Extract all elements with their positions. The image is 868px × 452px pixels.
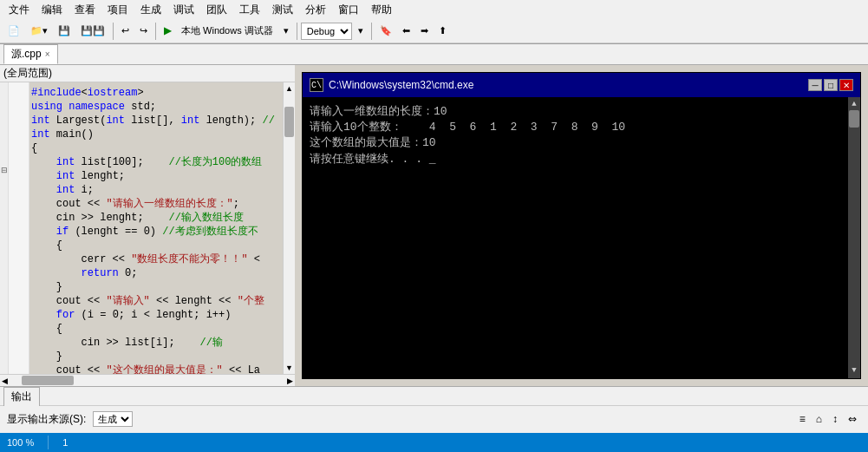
menu-debug[interactable]: 调试 xyxy=(168,1,199,19)
cmd-controls: ─ □ ✕ xyxy=(808,79,853,91)
sep1 xyxy=(113,23,114,40)
menu-bar: 文件 编辑 查看 项目 生成 调试 团队 工具 测试 分析 窗口 帮助 xyxy=(0,0,868,19)
code-line-13: cerr << "数组长度不能为零！！" < xyxy=(31,252,281,266)
cmd-minimize-btn[interactable]: ─ xyxy=(808,79,822,91)
menu-build[interactable]: 生成 xyxy=(135,1,166,19)
code-line-7: int lenght; xyxy=(31,169,281,183)
cmd-vscroll-track[interactable] xyxy=(848,110,860,366)
cmd-panel: C\ C:\Windows\system32\cmd.exe ─ □ ✕ 请输入… xyxy=(295,65,868,386)
cmd-maximize-btn[interactable]: □ xyxy=(824,79,838,91)
toolbar-row: 📄 📁▾ 💾 💾💾 ↩ ↪ ▶ 本地 Windows 调试器 ▾ Debug ▾… xyxy=(0,19,868,43)
code-line-10: cin >> lenght; //输入数组长度 xyxy=(31,211,281,225)
hscroll-left-btn[interactable]: ◀ xyxy=(2,377,8,385)
output-source-select[interactable]: 生成 xyxy=(93,411,133,427)
redo-btn[interactable]: ↪ xyxy=(135,23,152,39)
nav-btn1[interactable]: ⬅ xyxy=(398,23,414,39)
menu-analyze[interactable]: 分析 xyxy=(300,1,331,19)
sep4 xyxy=(371,23,372,40)
output-btn2[interactable]: ⌂ xyxy=(812,410,826,428)
vscroll-down-btn[interactable]: ▼ xyxy=(285,364,293,372)
cmd-line-1: 请输入一维数组的长度：10 xyxy=(310,104,853,120)
cmd-vscroll-up[interactable]: ▲ xyxy=(852,99,856,110)
menu-help[interactable]: 帮助 xyxy=(366,1,397,19)
config-select[interactable]: Debug xyxy=(301,23,352,40)
code-line-1: #include<iostream> xyxy=(31,86,281,100)
code-line-21: cout << "这个数组的最大值是：" << La xyxy=(31,364,281,374)
cmd-vscroll-thumb[interactable] xyxy=(849,110,859,128)
code-vscroll[interactable]: ▲ ▼ xyxy=(283,82,295,374)
menu-file[interactable]: 文件 xyxy=(3,1,35,19)
code-content[interactable]: #include<iostream> using namespace std; … xyxy=(29,82,283,374)
config-dropdown[interactable]: ▾ xyxy=(354,23,368,39)
vscroll-up-btn[interactable]: ▲ xyxy=(285,84,293,93)
output-btn4[interactable]: ⇔ xyxy=(844,410,861,428)
code-hscroll[interactable]: ◀ ▶ xyxy=(0,374,295,386)
vscroll-thumb[interactable] xyxy=(284,107,294,137)
menu-team[interactable]: 团队 xyxy=(201,1,232,19)
tab-close-btn[interactable]: × xyxy=(45,49,50,59)
debugger-label: 本地 Windows 调试器 xyxy=(177,22,277,40)
nav-btn2[interactable]: ➡ xyxy=(416,23,433,39)
output-tab[interactable]: 输出 xyxy=(3,387,40,406)
code-line-4: int main() xyxy=(31,128,281,141)
code-line-9: cout << "请输入一维数组的长度："; xyxy=(31,197,281,211)
nav-btn3[interactable]: ⬆ xyxy=(434,23,451,39)
hscroll-thumb[interactable] xyxy=(22,376,74,385)
left-margin: ⊟ xyxy=(0,82,9,374)
new-file-btn[interactable]: 📄 xyxy=(3,23,24,39)
scope-label: (全局范围) xyxy=(3,66,52,81)
output-tab-row: 输出 xyxy=(0,387,868,406)
code-line-2: using namespace std; xyxy=(31,100,281,114)
hscroll-right-btn[interactable]: ▶ xyxy=(287,377,293,385)
cmd-body: 请输入一维数组的长度：10 请输入10个整数： 4 5 6 1 2 3 7 8 … xyxy=(303,97,860,378)
code-line-15: } xyxy=(31,280,281,294)
menu-edit[interactable]: 编辑 xyxy=(36,1,68,19)
code-line-17: for (i = 0; i < lenght; i++) xyxy=(31,308,281,322)
menu-tools[interactable]: 工具 xyxy=(234,1,265,19)
menu-project[interactable]: 项目 xyxy=(102,1,134,19)
debug-dropdown-btn[interactable]: ▾ xyxy=(279,23,293,39)
code-editor-panel: (全局范围) ⊟ xyxy=(0,65,295,386)
zoom-level: 100 % xyxy=(7,437,34,448)
code-line-18: { xyxy=(31,322,281,336)
hscroll-track[interactable] xyxy=(8,375,287,386)
code-line-12: { xyxy=(31,239,281,252)
output-source-label: 显示输出来源(S): xyxy=(7,412,86,427)
tab-filename: 源.cpp xyxy=(11,47,42,62)
open-btn[interactable]: 📁▾ xyxy=(26,23,52,39)
cmd-vscroll-down[interactable]: ▼ xyxy=(852,365,856,377)
undo-btn[interactable]: ↩ xyxy=(117,23,134,39)
collapse-main-icon[interactable]: ⊟ xyxy=(1,166,8,174)
col-info: 1 xyxy=(62,437,68,448)
cmd-line-3: 这个数组的最大值是：10 xyxy=(310,135,853,151)
cmd-title: C:\Windows\system32\cmd.exe xyxy=(329,79,473,91)
code-line-20: } xyxy=(31,350,281,364)
cmd-line-4: 请按任意键继续. . . _ xyxy=(310,152,853,167)
main-content: (全局范围) ⊟ xyxy=(0,65,868,386)
save-btn[interactable]: 💾 xyxy=(54,23,75,39)
code-line-19: cin >> list[i]; //输 xyxy=(31,336,281,350)
code-line-6: int list[100]; //长度为100的数组 xyxy=(31,155,281,169)
status-bar: 100 % 1 xyxy=(0,433,868,452)
menu-view[interactable]: 查看 xyxy=(69,1,101,19)
cmd-titlebar: C\ C:\Windows\system32\cmd.exe ─ □ ✕ xyxy=(303,73,860,97)
output-btn1[interactable]: ≡ xyxy=(795,410,810,428)
cmd-window: C\ C:\Windows\system32\cmd.exe ─ □ ✕ 请输入… xyxy=(302,72,861,379)
menu-test[interactable]: 测试 xyxy=(267,1,298,19)
code-line-11: if (lenght == 0) //考虑到数组长度不 xyxy=(31,225,281,239)
cmd-line-2: 请输入10个整数： 4 5 6 1 2 3 7 8 9 10 xyxy=(310,120,853,135)
output-btn3[interactable]: ↕ xyxy=(828,410,842,428)
save-all-btn[interactable]: 💾💾 xyxy=(76,23,109,39)
cmd-close-btn[interactable]: ✕ xyxy=(839,79,853,91)
tab-source-cpp[interactable]: 源.cpp × xyxy=(3,44,58,64)
cmd-vscroll[interactable]: ▲ ▼ xyxy=(848,97,860,378)
code-line-3: int Largest(int list[], int length); // xyxy=(31,114,281,128)
bottom-panel: 输出 显示输出来源(S): 生成 ≡ ⌂ ↕ ⇔ xyxy=(0,386,868,433)
output-bar: 显示输出来源(S): 生成 ≡ ⌂ ↕ ⇔ xyxy=(0,406,868,432)
bookmark-btn[interactable]: 🔖 xyxy=(375,23,396,39)
menu-window[interactable]: 窗口 xyxy=(333,1,364,19)
vscroll-track[interactable] xyxy=(284,93,295,364)
code-line-5: { xyxy=(31,141,281,155)
toolbar-container: 文件 编辑 查看 项目 生成 调试 团队 工具 测试 分析 窗口 帮助 📄 📁▾… xyxy=(0,0,868,44)
run-btn[interactable]: ▶ xyxy=(160,23,175,39)
